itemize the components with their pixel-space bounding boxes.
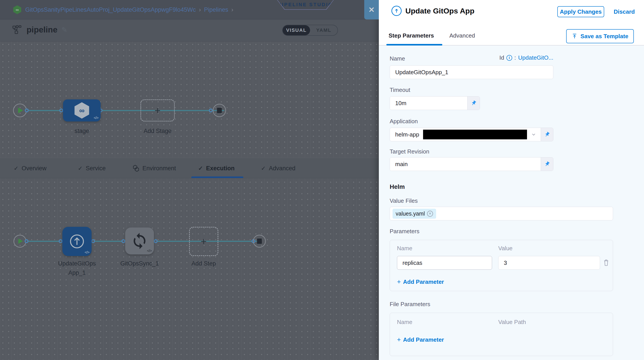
check-icon: ✓ [198,165,203,172]
tab-overview[interactable]: ✓ Overview [14,158,46,179]
pin-icon [543,131,551,139]
breadcrumb-separator: › [199,6,201,13]
panel-header: Update GitOps App Apply Changes Discard [379,0,644,26]
active-tab-underline [191,177,243,178]
update-gitops-app-step-node[interactable]: </> [62,227,92,256]
add-stage-label: Add Stage [137,126,178,136]
environment-icon [133,165,139,172]
pipeline-studio-dimmed-area: ∞ GitOpsSanityPipeLinesAutoProj_UpdateGi… [0,0,379,360]
tab-advanced[interactable]: ✓ Advanced [261,158,296,179]
fp-value-path-header: Value Path [498,319,526,326]
panel-tabs: Step Parameters Advanced Save as Templat… [379,26,644,45]
breadcrumb: ∞ GitOpsSanityPipeLinesAutoProj_UpdateGi… [12,5,233,14]
remove-chip-icon[interactable]: ✕ [427,211,433,217]
yaml-badge-icon: </> [147,249,152,253]
pin-button[interactable] [541,158,553,171]
plus-icon: + [397,278,401,286]
tab-step-parameters[interactable]: Step Parameters [388,26,434,45]
toggle-yaml[interactable]: YAML [310,25,338,35]
tab-advanced[interactable]: Advanced [450,26,475,45]
gitops-project-icon: ∞ [12,5,22,14]
name-input[interactable] [390,65,553,79]
discard-button[interactable]: Discard [614,8,635,15]
helm-heading: Helm [390,183,405,190]
parameters-card: Name Value + Add Parameter [390,240,613,291]
step-row-end-node[interactable] [253,235,266,248]
yaml-badge-icon: </> [94,116,98,120]
save-template-icon [572,33,578,39]
stage-connector-line [26,110,224,111]
add-step-label: Add Step [189,259,218,268]
id-value-link[interactable]: UpdateGitO... [518,54,553,61]
check-icon: ✓ [78,165,83,172]
param-value-input[interactable] [498,256,600,270]
gitops-stage-icon: ∞ [74,102,89,119]
application-label: Application [390,118,418,125]
breadcrumb-project-link[interactable]: GitOpsSanityPipeLinesAutoProj_UpdateGitO… [25,6,196,13]
plus-icon: + [201,235,207,247]
pin-icon [470,99,478,107]
play-icon [18,238,23,244]
target-revision-input[interactable] [390,158,541,171]
connector-port [209,108,213,112]
param-value-header: Value [498,245,513,252]
timeout-input[interactable] [390,97,467,110]
toggle-visual[interactable]: VISUAL [283,25,310,35]
add-stage-node[interactable]: + [140,99,175,122]
gitops-sync-step-node[interactable]: </> [125,227,154,254]
pin-button[interactable] [541,128,553,141]
add-parameter-button[interactable]: + Add Parameter [397,278,444,286]
pipeline-title: pipeline [26,25,58,34]
pipeline-header-bar: pipeline ✎ VISUAL YAML [0,19,379,41]
active-tab-underline [386,44,442,45]
pin-button[interactable] [467,97,480,110]
step-config-panel: Update GitOps App Apply Changes Discard … [379,0,644,360]
param-name-header: Name [397,245,412,252]
connector-port [24,239,28,243]
add-step-node[interactable]: + [189,227,218,256]
tab-service[interactable]: ✓ Service [78,158,106,179]
value-files-label: Value Files [390,197,418,204]
stage-node-label: stage [63,126,100,136]
stage-row-end-node[interactable] [213,104,226,117]
apply-changes-button[interactable]: Apply Changes [557,6,604,17]
pipeline-canvas [0,41,379,360]
add-file-parameter-button[interactable]: + Add Parameter [397,336,444,344]
application-field: helm-app [390,128,553,141]
edit-pencil-icon[interactable]: ✎ [62,26,68,34]
info-icon[interactable]: i [506,55,512,61]
visual-yaml-toggle: VISUAL YAML [282,25,338,36]
stage-node[interactable]: ∞ </> [63,99,100,122]
target-revision-label: Target Revision [390,148,429,155]
update-step-label: UpdateGitOpsApp_1 [57,259,97,277]
breadcrumb-pipelines-link[interactable]: Pipelines [204,6,228,13]
delete-row-button[interactable] [603,259,610,267]
stage-tabs-strip: ✓ Overview ✓ Service Environment ✓ Execu… [0,158,379,178]
pipeline-studio-badge: PIPELINE STUDIO [277,0,334,10]
stop-icon [217,108,222,113]
redacted-value [423,130,527,139]
save-as-template-button[interactable]: Save as Template [566,29,634,43]
upload-circle-icon [392,6,402,16]
tab-environment[interactable]: Environment [133,158,176,179]
application-select[interactable]: helm-app [390,128,541,141]
stop-icon [257,238,262,244]
timeout-label: Timeout [390,87,410,93]
top-nav-bar: ∞ GitOpsSanityPipeLinesAutoProj_UpdateGi… [0,0,379,19]
check-icon: ✓ [14,165,18,172]
connector-port [59,108,63,112]
breadcrumb-separator: › [231,6,233,13]
id-row: Id i : UpdateGitO... [499,54,553,61]
pipeline-flowchart-icon [12,25,22,34]
step-parameters-form: Name Id i : UpdateGitO... Timeout Applic… [379,45,644,360]
close-panel-button[interactable]: ✕ [364,0,379,19]
tab-execution[interactable]: ✓ Execution [198,158,235,179]
pin-icon [543,160,551,168]
param-name-input[interactable] [397,256,492,270]
value-files-input[interactable]: values.yaml ✕ [390,207,613,220]
connector-port [122,239,126,243]
sync-icon [131,232,148,250]
panel-title: Update GitOps App [406,7,474,15]
file-parameters-label: File Parameters [390,301,430,308]
sync-step-label: GitOpsSync_1 [118,259,160,268]
